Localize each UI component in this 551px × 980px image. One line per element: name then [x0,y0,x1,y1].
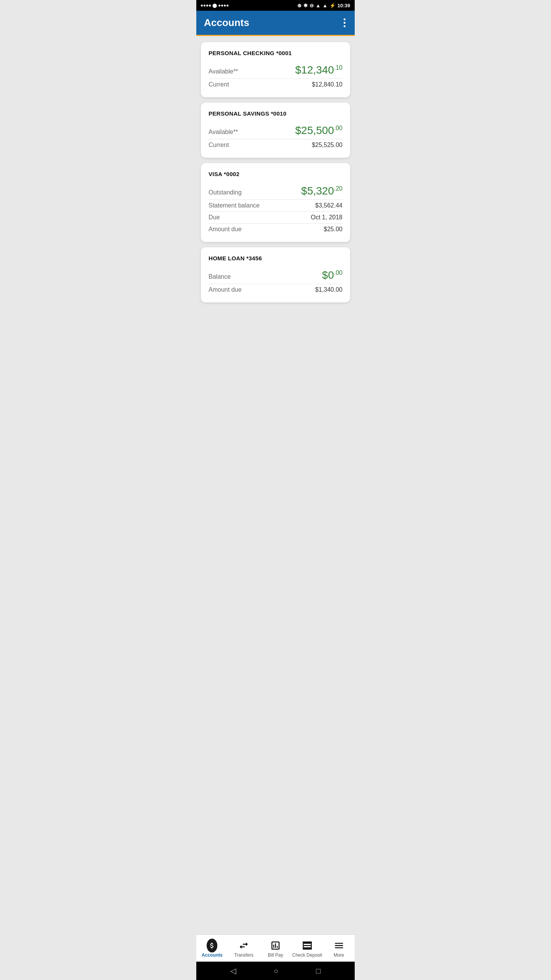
account-row-homeloan-1: Amount due$1,340.00 [209,284,342,296]
more-nav-icon [334,940,344,951]
account-row-checking-0: Available**$12,340.10 [209,62,342,79]
nav-more[interactable]: More [323,938,355,960]
signal2-icon [218,5,228,7]
account-card-checking[interactable]: PERSONAL CHECKING *0001Available**$12,34… [201,42,350,97]
account-label-visa-2: Due [209,214,220,221]
checkdeposit-nav-icon [302,940,313,951]
account-value-homeloan-1: $1,340.00 [315,286,342,293]
account-row-savings-0: Available**$25,500.00 [209,122,342,139]
account-row-homeloan-0: Balance$0.00 [209,267,342,284]
status-left: ⬤ [201,3,228,8]
android-navigation-bar: ◁ ○ □ [196,962,355,980]
billpay-nav-icon [270,940,281,951]
bottom-navigation: Accounts Transfers Bill Pay Check Deposi… [196,934,355,962]
accounts-nav-icon [207,940,217,951]
more-nav-label: More [334,952,344,958]
account-label-savings-1: Current [209,142,229,149]
account-name-visa: VISA *0002 [209,171,342,177]
account-row-visa-0: Outstanding$5,320.20 [209,183,342,200]
more-options-button[interactable] [342,17,347,29]
account-label-visa-0: Outstanding [209,189,241,196]
account-value-savings-0: $25,500.00 [295,124,342,137]
account-value-savings-1: $25,525.00 [312,142,342,149]
back-button[interactable]: ◁ [230,966,236,975]
recents-button[interactable]: □ [316,967,321,975]
minus-circle-icon: ⊖ [310,3,314,8]
account-row-checking-1: Current$12,840.10 [209,79,342,90]
battery-icon: ⚡ [329,3,336,8]
accounts-nav-label: Accounts [202,952,223,958]
nav-checkdeposit[interactable]: Check Deposit [291,938,323,960]
account-row-visa-1: Statement balance$3,562.44 [209,200,342,212]
account-label-visa-3: Amount due [209,226,241,233]
account-label-savings-0: Available** [209,129,238,136]
wifi-icon: ▲ [316,3,321,8]
app-header: Accounts [196,11,355,36]
page-title: Accounts [204,17,249,29]
account-label-checking-0: Available** [209,68,238,75]
account-card-visa[interactable]: VISA *0002Outstanding$5,320.20Statement … [201,163,350,242]
account-value-checking-1: $12,840.10 [312,81,342,88]
account-value-visa-1: $3,562.44 [315,202,342,209]
account-row-savings-1: Current$25,525.00 [209,139,342,151]
account-card-homeloan[interactable]: HOME LOAN *3456Balance$0.00Amount due$1,… [201,247,350,302]
status-right: ⊕ ✱ ⊖ ▲ ▲ ⚡ 10:39 [297,3,350,8]
menu-dot-3 [344,25,346,27]
billpay-nav-label: Bill Pay [268,952,283,958]
account-row-visa-3: Amount due$25.00 [209,224,342,235]
account-label-visa-1: Statement balance [209,202,259,209]
account-name-checking: PERSONAL CHECKING *0001 [209,50,342,56]
menu-dot-2 [344,22,346,24]
menu-dot-1 [344,18,346,20]
home-button[interactable]: ○ [274,967,278,975]
account-row-visa-2: DueOct 1, 2018 [209,212,342,224]
account-label-checking-1: Current [209,81,229,88]
plus-circle-icon: ⊕ [297,3,302,8]
carrier-icon: ⬤ [212,3,217,8]
account-label-homeloan-0: Balance [209,273,231,280]
transfers-nav-label: Transfers [234,952,253,958]
status-bar: ⬤ ⊕ ✱ ⊖ ▲ ▲ ⚡ 10:39 [196,0,355,11]
signal-icon [201,5,211,7]
account-label-homeloan-1: Amount due [209,286,241,293]
bluetooth-icon: ✱ [303,3,308,8]
account-value-checking-0: $12,340.10 [295,64,342,76]
account-value-visa-0: $5,320.20 [301,185,342,197]
account-name-homeloan: HOME LOAN *3456 [209,255,342,261]
account-value-homeloan-0: $0.00 [322,269,342,281]
transfers-nav-icon [238,940,249,951]
checkdeposit-nav-label: Check Deposit [292,952,322,958]
account-value-visa-2: Oct 1, 2018 [311,214,342,221]
account-card-savings[interactable]: PERSONAL SAVINGS *0010Available**$25,500… [201,103,350,158]
nav-accounts[interactable]: Accounts [196,938,228,960]
clock: 10:39 [337,3,350,8]
account-value-visa-3: $25.00 [324,226,342,233]
account-name-savings: PERSONAL SAVINGS *0010 [209,110,342,117]
accounts-list: PERSONAL CHECKING *0001Available**$12,34… [196,36,355,934]
nav-billpay[interactable]: Bill Pay [260,938,292,960]
signal-strength-icon: ▲ [323,3,328,8]
nav-transfers[interactable]: Transfers [228,938,260,960]
